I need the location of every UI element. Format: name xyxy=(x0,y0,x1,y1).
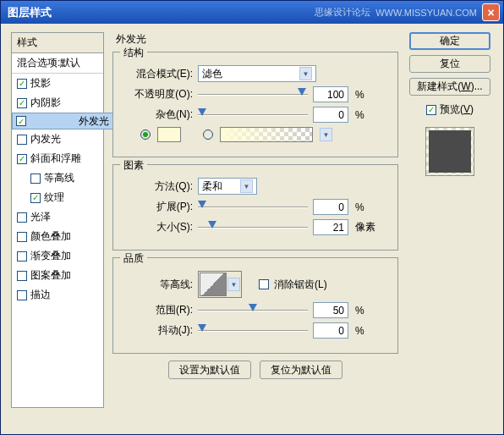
size-label: 大小(S): xyxy=(123,220,193,234)
noise-slider[interactable] xyxy=(198,108,308,122)
technique-select[interactable]: 柔和▼ xyxy=(198,178,257,195)
titlebar: 图层样式 思缘设计论坛 WWW.MISSYUAN.COM × xyxy=(1,1,503,24)
jitter-label: 抖动(J): xyxy=(123,323,193,338)
checkbox[interactable]: ✓ xyxy=(17,79,27,89)
style-item-外发光[interactable]: ✓外发光 xyxy=(12,113,113,129)
checkbox[interactable]: ✓ xyxy=(16,116,26,126)
header-url: WWW.MISSYUAN.COM xyxy=(375,8,477,18)
style-item-纹理[interactable]: ✓纹理 xyxy=(12,188,103,207)
range-input[interactable]: 50 xyxy=(313,302,348,318)
opacity-slider[interactable] xyxy=(198,88,308,102)
styles-header: 样式 xyxy=(11,32,104,52)
noise-label: 杂色(N): xyxy=(123,107,193,122)
panel-title: 外发光 xyxy=(116,32,398,47)
antialias-checkbox[interactable] xyxy=(259,279,269,289)
style-item-渐变叠加[interactable]: 渐变叠加 xyxy=(12,246,103,266)
make-default-button[interactable]: 设置为默认值 xyxy=(168,361,251,379)
size-slider[interactable] xyxy=(198,221,308,234)
header-site: 思缘设计论坛 xyxy=(315,6,370,19)
contour-label: 等高线: xyxy=(123,278,193,292)
checkbox[interactable]: ✓ xyxy=(30,193,41,203)
reset-default-button[interactable]: 复位为默认值 xyxy=(260,361,342,379)
checkbox[interactable] xyxy=(17,232,27,242)
settings-panel: 外发光 结构 混合模式(E): 滤色▼ 不透明度(O): 100 % 杂色(N)… xyxy=(112,32,398,426)
checkbox[interactable] xyxy=(30,173,41,184)
spread-input[interactable]: 0 xyxy=(313,199,348,215)
quality-group: 品质 等高线: ▼ 消除锯齿(L) 范围(R): 50 % 抖动(J): xyxy=(112,257,398,354)
gradient-swatch[interactable] xyxy=(220,127,313,142)
quality-legend: 品质 xyxy=(120,251,147,266)
size-input[interactable]: 21 xyxy=(313,219,348,235)
antialias-label: 消除锯齿(L) xyxy=(274,278,327,292)
jitter-input[interactable]: 0 xyxy=(313,322,348,339)
style-item-内阴影[interactable]: ✓内阴影 xyxy=(12,93,103,113)
blend-mode-label: 混合模式(E): xyxy=(123,67,193,81)
spread-label: 扩展(P): xyxy=(123,200,193,214)
style-item-颜色叠加[interactable]: 颜色叠加 xyxy=(12,227,103,246)
checkbox[interactable] xyxy=(17,212,27,223)
contour-picker[interactable]: ▼ xyxy=(198,271,242,298)
blend-mode-select[interactable]: 滤色▼ xyxy=(198,65,316,82)
noise-input[interactable]: 0 xyxy=(313,107,348,123)
ok-button[interactable]: 确定 xyxy=(409,32,490,50)
preview-toggle[interactable]: ✓ 预览(V) xyxy=(426,102,474,117)
checkbox[interactable]: ✓ xyxy=(17,154,27,164)
new-style-button[interactable]: 新建样式(W)... xyxy=(409,78,490,96)
structure-legend: 结构 xyxy=(120,46,147,60)
style-item-内发光[interactable]: 内发光 xyxy=(12,129,103,149)
window-title: 图层样式 xyxy=(4,5,315,20)
color-radio[interactable] xyxy=(140,129,151,140)
client-area: 样式 混合选项:默认 ✓投影✓内阴影✓外发光内发光✓斜面和浮雕等高线✓纹理光泽颜… xyxy=(1,24,503,434)
preview-checkbox[interactable]: ✓ xyxy=(426,105,436,115)
style-item-图案叠加[interactable]: 图案叠加 xyxy=(12,266,103,285)
styles-panel: 样式 混合选项:默认 ✓投影✓内阴影✓外发光内发光✓斜面和浮雕等高线✓纹理光泽颜… xyxy=(11,32,104,426)
style-item-投影[interactable]: ✓投影 xyxy=(12,74,103,93)
style-item-等高线[interactable]: 等高线 xyxy=(12,168,103,188)
chevron-down-icon: ▼ xyxy=(227,278,240,291)
px-label: 像素 xyxy=(355,220,375,234)
close-button[interactable]: × xyxy=(482,3,500,21)
opacity-label: 不透明度(O): xyxy=(123,87,193,102)
jitter-slider[interactable] xyxy=(198,324,308,338)
technique-label: 方法(Q): xyxy=(123,179,193,194)
color-swatch[interactable] xyxy=(157,127,181,142)
elements-group: 图素 方法(Q): 柔和▼ 扩展(P): 0 % 大小(S): 21 像素 xyxy=(112,164,398,251)
blending-options-item[interactable]: 混合选项:默认 xyxy=(12,53,103,74)
chevron-down-icon[interactable]: ▼ xyxy=(320,128,332,141)
default-buttons-row: 设置为默认值 复位为默认值 xyxy=(112,361,398,379)
preview-swatch xyxy=(425,127,474,176)
layer-style-dialog: 图层样式 思缘设计论坛 WWW.MISSYUAN.COM × 样式 混合选项:默… xyxy=(0,0,504,435)
checkbox[interactable] xyxy=(17,251,27,262)
spread-slider[interactable] xyxy=(198,201,308,214)
checkbox[interactable] xyxy=(17,135,27,145)
range-label: 范围(R): xyxy=(123,303,193,317)
style-item-光泽[interactable]: 光泽 xyxy=(12,207,103,227)
action-panel: 确定 复位 新建样式(W)... ✓ 预览(V) xyxy=(407,32,493,426)
chevron-down-icon: ▼ xyxy=(240,179,253,193)
chevron-down-icon: ▼ xyxy=(299,67,312,80)
range-slider[interactable] xyxy=(198,304,308,317)
style-item-描边[interactable]: 描边 xyxy=(12,285,103,305)
elements-legend: 图素 xyxy=(120,158,147,173)
checkbox[interactable] xyxy=(17,271,27,281)
style-item-斜面和浮雕[interactable]: ✓斜面和浮雕 xyxy=(12,149,103,168)
checkbox[interactable]: ✓ xyxy=(17,98,27,108)
gradient-radio[interactable] xyxy=(203,129,213,140)
opacity-input[interactable]: 100 xyxy=(313,86,348,102)
preview-label: 预览(V) xyxy=(440,102,474,117)
checkbox[interactable] xyxy=(17,290,27,300)
structure-group: 结构 混合模式(E): 滤色▼ 不透明度(O): 100 % 杂色(N): 0 … xyxy=(112,52,398,157)
cancel-button[interactable]: 复位 xyxy=(409,55,490,73)
styles-list: 混合选项:默认 ✓投影✓内阴影✓外发光内发光✓斜面和浮雕等高线✓纹理光泽颜色叠加… xyxy=(11,52,104,408)
